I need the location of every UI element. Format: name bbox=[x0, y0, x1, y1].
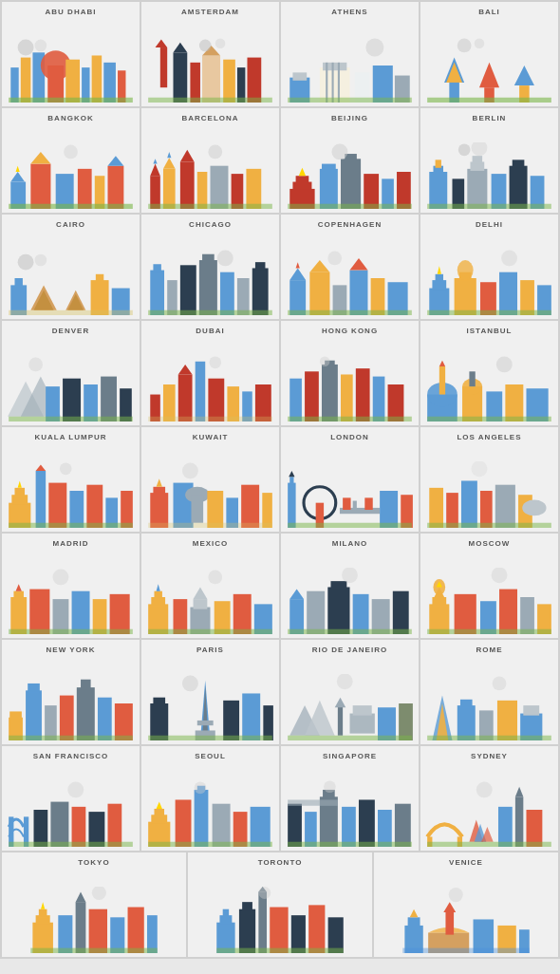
city-card[interactable]: VENICE bbox=[374, 852, 558, 957]
svg-rect-178 bbox=[288, 417, 412, 421]
svg-rect-226 bbox=[380, 491, 398, 528]
city-card[interactable]: BANGKOK bbox=[2, 108, 140, 213]
city-skyline bbox=[378, 871, 554, 953]
svg-rect-34 bbox=[373, 66, 393, 103]
city-card[interactable]: PARIS bbox=[141, 640, 279, 744]
city-name: ISTANBUL bbox=[467, 327, 513, 335]
city-card[interactable]: BEIJING bbox=[281, 108, 419, 213]
city-card[interactable]: DENVER bbox=[2, 321, 140, 425]
city-card[interactable]: LONDON bbox=[281, 427, 419, 532]
svg-rect-154 bbox=[84, 384, 98, 421]
svg-rect-194 bbox=[14, 488, 25, 496]
city-card[interactable]: KUALA LUMPUR bbox=[2, 427, 140, 532]
city-skyline bbox=[6, 764, 136, 847]
city-card[interactable]: TOKYO bbox=[2, 852, 186, 957]
city-card[interactable]: AMSTERDAM bbox=[141, 2, 279, 106]
svg-rect-285 bbox=[26, 690, 42, 740]
svg-rect-27 bbox=[292, 72, 307, 80]
city-skyline bbox=[6, 339, 136, 421]
city-skyline bbox=[424, 126, 554, 209]
svg-point-169 bbox=[209, 357, 221, 369]
svg-rect-10 bbox=[9, 98, 133, 103]
city-skyline bbox=[285, 445, 415, 528]
svg-rect-188 bbox=[505, 384, 523, 421]
svg-point-112 bbox=[35, 254, 47, 267]
city-card[interactable]: SYDNEY bbox=[420, 746, 558, 851]
city-card[interactable]: NEW YORK bbox=[2, 640, 140, 744]
city-skyline bbox=[424, 445, 554, 528]
svg-rect-284 bbox=[9, 711, 22, 719]
svg-rect-257 bbox=[233, 594, 252, 634]
city-card[interactable]: TORONTO bbox=[188, 852, 372, 957]
city-card[interactable]: RIO DE JANEIRO bbox=[281, 640, 419, 744]
city-skyline bbox=[6, 20, 136, 103]
svg-rect-354 bbox=[395, 804, 411, 847]
svg-rect-85 bbox=[288, 204, 412, 209]
svg-rect-82 bbox=[364, 174, 379, 209]
city-card[interactable]: HONG KONG bbox=[281, 321, 419, 425]
svg-rect-336 bbox=[154, 809, 164, 816]
city-card[interactable]: BERLIN bbox=[420, 108, 558, 213]
svg-rect-53 bbox=[56, 174, 74, 209]
svg-rect-373 bbox=[76, 902, 86, 953]
city-card[interactable]: MOSCOW bbox=[420, 534, 558, 638]
city-card[interactable]: DELHI bbox=[420, 215, 558, 319]
city-card[interactable]: KUWAIT bbox=[141, 427, 279, 532]
city-card[interactable]: MADRID bbox=[2, 534, 140, 638]
svg-point-12 bbox=[35, 40, 47, 52]
city-name: DENVER bbox=[52, 327, 89, 335]
svg-rect-174 bbox=[341, 374, 353, 421]
svg-rect-376 bbox=[110, 917, 124, 953]
city-card[interactable]: CAIRO bbox=[2, 215, 140, 319]
city-card[interactable]: ABU DHABI bbox=[2, 2, 140, 106]
svg-point-24 bbox=[199, 40, 212, 52]
city-card[interactable]: ISTANBUL bbox=[420, 321, 558, 425]
city-skyline bbox=[145, 764, 275, 847]
svg-rect-224 bbox=[364, 497, 372, 510]
city-name: MOSCOW bbox=[469, 539, 511, 548]
svg-rect-269 bbox=[288, 629, 412, 634]
svg-marker-396 bbox=[410, 909, 419, 918]
city-skyline bbox=[6, 871, 182, 953]
city-card[interactable]: ROME bbox=[420, 640, 558, 744]
city-card[interactable]: MEXICO bbox=[141, 534, 279, 638]
svg-rect-276 bbox=[455, 594, 476, 634]
svg-rect-294 bbox=[150, 703, 168, 740]
city-skyline bbox=[424, 339, 554, 421]
svg-marker-65 bbox=[167, 152, 171, 158]
svg-rect-218 bbox=[289, 477, 293, 484]
svg-rect-323 bbox=[427, 736, 551, 740]
city-card[interactable]: MILANO bbox=[281, 534, 419, 638]
city-card[interactable]: BARCELONA bbox=[141, 108, 279, 213]
svg-marker-50 bbox=[16, 166, 20, 172]
city-card[interactable]: SINGAPORE bbox=[281, 746, 419, 851]
svg-rect-339 bbox=[195, 790, 209, 847]
svg-rect-51 bbox=[30, 164, 50, 209]
svg-rect-293 bbox=[9, 736, 133, 740]
svg-rect-366 bbox=[427, 842, 551, 847]
city-card[interactable]: SAN FRANCISCO bbox=[2, 746, 140, 851]
svg-rect-115 bbox=[167, 280, 177, 315]
svg-rect-107 bbox=[91, 280, 109, 315]
svg-rect-122 bbox=[255, 262, 266, 270]
svg-rect-22 bbox=[247, 58, 261, 103]
city-card[interactable]: LOS ANGELES bbox=[420, 427, 558, 532]
city-card[interactable]: DUBAI bbox=[141, 321, 279, 425]
city-card[interactable]: SEOUL bbox=[141, 746, 279, 851]
city-card[interactable]: ATHENS bbox=[281, 2, 419, 106]
city-name: RIO DE JANEIRO bbox=[312, 646, 387, 654]
svg-rect-176 bbox=[373, 377, 385, 421]
svg-rect-290 bbox=[81, 680, 91, 690]
city-card[interactable]: CHICAGO bbox=[141, 215, 279, 319]
city-skyline bbox=[285, 233, 415, 315]
svg-point-124 bbox=[217, 251, 233, 267]
city-card[interactable]: BALI bbox=[420, 2, 558, 106]
svg-rect-329 bbox=[72, 807, 86, 847]
svg-rect-389 bbox=[291, 915, 306, 953]
svg-rect-18 bbox=[202, 55, 220, 103]
svg-rect-170 bbox=[289, 379, 302, 421]
svg-rect-102 bbox=[14, 278, 22, 286]
svg-point-216 bbox=[182, 463, 198, 479]
svg-rect-322 bbox=[523, 705, 539, 716]
city-card[interactable]: COPENHAGEN bbox=[281, 215, 419, 319]
